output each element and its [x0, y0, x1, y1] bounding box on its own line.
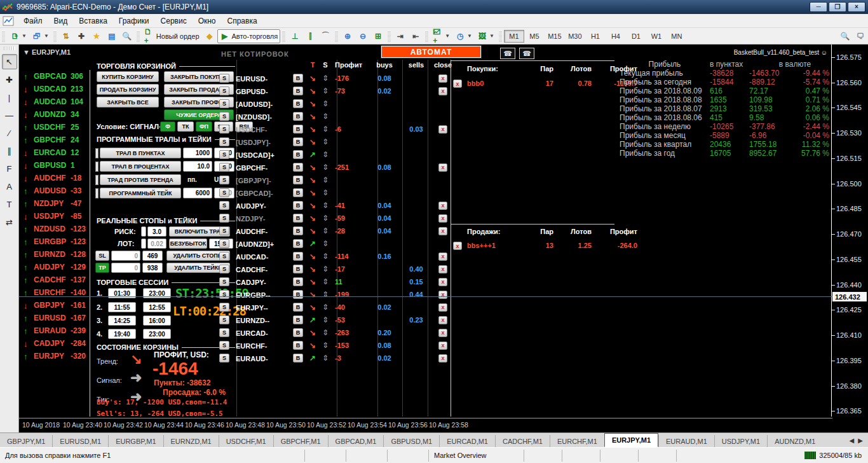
sell-button[interactable]: S [219, 214, 229, 223]
text-tool[interactable]: A [2, 179, 17, 194]
tp-value-1[interactable]: 0 [111, 263, 140, 273]
tab-eurusd[interactable]: EURUSD,M1 [52, 435, 108, 447]
menu-tools[interactable]: Сервис [155, 15, 193, 27]
close-button[interactable]: × [848, 2, 865, 12]
periods-button[interactable]: ◷▼ [452, 29, 475, 43]
menu-charts[interactable]: Графики [113, 15, 155, 27]
shapes-tool[interactable]: ⇄ [2, 214, 17, 230]
chevron-down-icon[interactable]: ▼ [467, 33, 472, 39]
buy-button[interactable]: B [293, 150, 303, 159]
tab-gbpjpy[interactable]: GBPJPY,M1 [0, 435, 52, 447]
sell-button[interactable]: S [219, 163, 229, 172]
session3-from[interactable]: 14:25 [108, 315, 136, 326]
timeframe-m30[interactable]: M30 [565, 30, 585, 43]
connection-status[interactable]: 325004/85 kb [798, 452, 868, 459]
tab-euraud[interactable]: EURAUD,M1 [658, 435, 714, 447]
status-market-overview[interactable]: Market Overview [429, 450, 524, 462]
sell-button[interactable]: S [219, 239, 229, 248]
line-chart-button[interactable]: ⌒ [318, 29, 333, 43]
sell-button[interactable]: S [219, 112, 229, 121]
toggle-fp[interactable]: ФП [196, 121, 212, 132]
metaeditor-button[interactable]: ◆ [202, 29, 217, 43]
sell-button[interactable]: S [219, 354, 229, 363]
sell-button[interactable]: S [219, 328, 229, 337]
tab-eurnzd[interactable]: EURNZD,M1 [163, 435, 219, 447]
sell-button[interactable]: S [219, 265, 229, 273]
close-row-button[interactable]: x [438, 202, 447, 210]
drag-handle[interactable] [95, 162, 98, 172]
trail-countertrend-button[interactable]: ТРАД ПРОТИВ ТРЕНДА [100, 174, 181, 185]
program-take-value[interactable]: 6000 [183, 188, 212, 198]
timeframe-d1[interactable]: D1 [626, 30, 646, 43]
indicators-button[interactable]: 🗠+▼ [430, 29, 452, 43]
horizontal-line-tool[interactable]: — [2, 107, 17, 123]
sell-button[interactable]: S [219, 290, 229, 299]
tab-usdjpy[interactable]: USDJPY,M1 [714, 435, 767, 447]
chevron-down-icon[interactable]: ▼ [44, 33, 49, 39]
session4-from[interactable]: 19:40 [108, 329, 136, 339]
buy-button[interactable]: B [293, 341, 303, 350]
channel-tool[interactable]: ∥ [2, 143, 17, 158]
sl-chip[interactable]: SL [95, 251, 109, 261]
lot-value[interactable]: 0.02 [147, 238, 166, 249]
timeframe-w1[interactable]: W1 [646, 30, 667, 43]
buy-button[interactable]: B [293, 188, 303, 197]
sell-button[interactable]: S [219, 277, 229, 286]
phone-icon[interactable]: ☎ [500, 48, 515, 59]
close-row-button[interactable]: x [438, 329, 447, 337]
tp-chip[interactable]: TP [95, 263, 109, 273]
timeframe-h4[interactable]: H4 [606, 30, 626, 43]
close-row-button[interactable]: x [438, 291, 447, 299]
sell-button[interactable]: S [219, 188, 229, 197]
buy-button[interactable]: B [293, 214, 303, 223]
risk-checkbox[interactable] [141, 226, 146, 237]
tab-scroll-left[interactable]: ◀ [850, 437, 855, 444]
tab-scroll-right[interactable]: ▶ [858, 437, 863, 444]
label-tool[interactable]: T [2, 197, 17, 212]
trail-points-button[interactable]: ТРАЛ В ПУНКТАХ [100, 148, 181, 158]
menu-help[interactable]: Справка [222, 15, 263, 27]
close-sells-group-button[interactable]: x [453, 242, 462, 250]
sell-button[interactable]: S [219, 252, 229, 261]
buy-button[interactable]: B [293, 74, 303, 83]
phone-icon[interactable]: ☎ [519, 48, 534, 59]
tab-cadchf[interactable]: CADCHF,M1 [495, 435, 550, 447]
tab-eurcad[interactable]: EURCAD,M1 [439, 435, 495, 447]
buy-button[interactable]: B [293, 99, 303, 108]
trail-points-value[interactable]: 1000 [183, 148, 212, 158]
buy-button[interactable]: B [293, 201, 303, 210]
buy-button[interactable]: B [293, 226, 303, 235]
sl-value-2[interactable]: 469 [142, 251, 163, 261]
close-row-button[interactable]: x [438, 278, 447, 286]
chevron-down-icon[interactable]: ▼ [445, 33, 450, 39]
zoom-out-button[interactable]: ⊖ [355, 29, 370, 43]
buy-button[interactable]: B [293, 277, 303, 286]
drag-handle[interactable] [95, 188, 98, 198]
toggle-f[interactable]: Ф [160, 121, 175, 132]
menu-window[interactable]: Окно [193, 15, 222, 27]
timeframe-m1[interactable]: M1 [504, 30, 524, 43]
tab-gbpcad[interactable]: GBPCAD,M1 [328, 435, 384, 447]
time-axis[interactable] [19, 418, 832, 418]
buy-button[interactable]: B [293, 303, 303, 312]
tab-gbpchf[interactable]: GBPCHF,M1 [273, 435, 328, 447]
trail-percent-button[interactable]: ТРАЛ В ПРОЦЕНТАХ [100, 161, 181, 172]
trendline-tool[interactable]: ∕ [2, 125, 17, 141]
breakeven-button[interactable]: БЕЗУБЫТОК [169, 238, 207, 249]
close-buys-group-button[interactable]: x [453, 79, 462, 88]
templates-button[interactable]: 🖼▼ [475, 29, 497, 43]
menu-view[interactable]: Вид [48, 15, 74, 27]
sell-button[interactable]: S [219, 226, 229, 235]
close-row-button[interactable]: x [438, 125, 447, 134]
tab-usdchf[interactable]: USDCHF,M1 [219, 435, 273, 447]
buy-button[interactable]: B [293, 112, 303, 121]
close-row-button[interactable]: x [438, 74, 447, 83]
buy-button[interactable]: B [293, 328, 303, 337]
timeframe-mn[interactable]: MN [667, 30, 687, 43]
sell-button[interactable]: S [219, 99, 229, 108]
market-watch-button[interactable]: ⇅ [58, 29, 74, 43]
sell-button[interactable]: S [219, 137, 229, 146]
close-row-button[interactable]: x [438, 265, 447, 273]
automat-button[interactable]: АВТОМАТ [381, 46, 481, 58]
auto-scroll-button[interactable]: ⇥ [393, 29, 408, 43]
